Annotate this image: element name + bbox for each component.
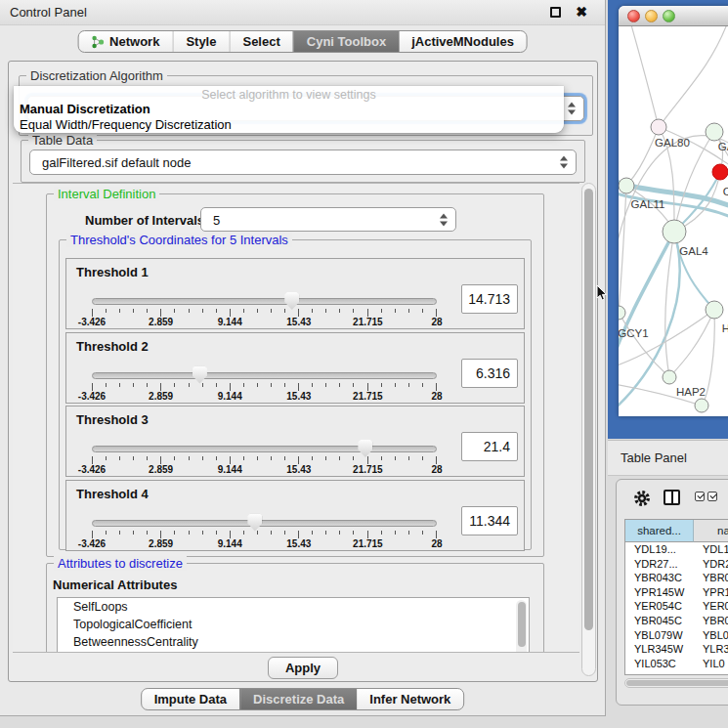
network-window-titlebar[interactable]: [619, 6, 728, 26]
table-row[interactable]: YLR345WYLR3: [625, 642, 728, 657]
threshold-slider-track[interactable]: [92, 446, 437, 452]
attributes-group-title: Attributes to discretize: [54, 556, 187, 571]
table-cell[interactable]: YDR2: [694, 557, 728, 572]
network-node[interactable]: [695, 399, 708, 412]
threshold-slider-thumb[interactable]: [193, 366, 207, 384]
tab-style[interactable]: Style: [172, 31, 229, 52]
num-intervals-combobox[interactable]: 5: [200, 207, 456, 232]
column-header-shared[interactable]: shared...: [625, 520, 694, 542]
table-cell[interactable]: YLR345W: [625, 642, 694, 657]
zoom-traffic-light-icon[interactable]: [663, 10, 675, 22]
float-window-icon[interactable]: [550, 7, 561, 18]
table-row[interactable]: YDL19...YDL1: [625, 542, 728, 557]
threshold-label: Threshold 3: [76, 412, 149, 427]
cyni-toolbox-panel: Discretization Algorithm Table Data galF…: [8, 61, 598, 682]
network-node[interactable]: [663, 220, 686, 243]
table-row[interactable]: YER054CYER0: [625, 599, 728, 614]
table-data-value: galFiltered.sif default node: [42, 155, 191, 170]
list-scrollbar[interactable]: [516, 600, 527, 653]
threshold-slider-thumb[interactable]: [247, 514, 262, 532]
table-cell[interactable]: YBR043C: [625, 571, 694, 585]
table-cell[interactable]: YBR045C: [625, 614, 694, 628]
network-graph-icon: [91, 35, 104, 49]
settings-gear-icon[interactable]: [632, 489, 652, 508]
network-node-selected[interactable]: [712, 164, 728, 180]
network-edge[interactable]: [659, 26, 728, 127]
table-panel-header: Table Panel: [608, 440, 728, 476]
threshold-value-field[interactable]: 11.344: [461, 506, 518, 535]
network-node[interactable]: [619, 178, 634, 193]
table-cell[interactable]: YER0: [694, 599, 728, 614]
threshold-value-field[interactable]: 6.316: [461, 359, 518, 388]
network-node[interactable]: [706, 123, 723, 141]
table-cell[interactable]: YBL079W: [625, 628, 694, 643]
threshold-slider-track[interactable]: [92, 298, 437, 305]
column-checkboxes-icon[interactable]: [695, 491, 720, 504]
table-cell[interactable]: YBR0: [694, 614, 728, 628]
threshold-value-field[interactable]: 14.713: [461, 284, 518, 314]
table-cell[interactable]: YIL0: [694, 657, 728, 671]
threshold-slider-thumb[interactable]: [284, 292, 299, 310]
vertical-scrollbar[interactable]: [581, 183, 596, 676]
network-node[interactable]: [619, 306, 625, 320]
threshold-slider-track[interactable]: [92, 520, 437, 527]
network-node[interactable]: [706, 301, 723, 319]
network-edge[interactable]: [619, 186, 626, 313]
table-data-group: Table Data galFiltered.sif default node: [21, 140, 585, 183]
tab-infer-network[interactable]: Infer Network: [357, 689, 463, 709]
table-row[interactable]: YDR27...YDR2: [625, 557, 728, 572]
node-label-ga: GA: [718, 141, 728, 152]
table-cell[interactable]: YBR0: [694, 571, 728, 585]
close-icon[interactable]: ✖: [576, 4, 587, 20]
minimize-traffic-light-icon[interactable]: [645, 10, 658, 22]
numerical-attributes-list[interactable]: SelfLoopsTopologicalCoefficientBetweenne…: [57, 597, 530, 653]
attribute-item-selfloops[interactable]: SelfLoops: [58, 598, 529, 616]
table-cell[interactable]: YPR1: [694, 585, 728, 600]
node-attribute-table[interactable]: shared...nameYDL19...YDL1YDR27...YDR2YBR…: [624, 519, 728, 675]
horizontal-scrollbar[interactable]: [624, 678, 728, 688]
dropdown-item-equal-width-frequency-discretization[interactable]: Equal Width/Frequency Discretization: [14, 117, 564, 133]
algorithm-group-title: Discretization Algorithm: [26, 68, 167, 83]
scrollbar-thumb[interactable]: [584, 189, 593, 630]
network-edge[interactable]: [665, 232, 674, 377]
table-cell[interactable]: YDR27...: [625, 557, 694, 572]
slider-ticks: [92, 456, 437, 464]
table-row[interactable]: YBR045CYBR0: [625, 614, 728, 628]
table-data-combobox[interactable]: galFiltered.sif default node: [29, 150, 577, 175]
table-cell[interactable]: YPR145W: [625, 585, 694, 600]
attribute-item-betweennesscentrality[interactable]: BetweennessCentrality: [58, 633, 529, 651]
desktop: Control Panel ✖ NetworkStyleSelectCyni T…: [0, 0, 728, 728]
table-row[interactable]: YPR145WYPR1: [625, 585, 728, 600]
tab-select[interactable]: Select: [229, 31, 292, 52]
table-row[interactable]: YIL053CYIL0: [625, 657, 728, 671]
tab-discretize-data[interactable]: Discretize Data: [239, 689, 357, 709]
network-node[interactable]: [663, 370, 676, 384]
split-columns-icon[interactable]: [664, 490, 680, 505]
dropdown-hint: Select algorithm to view settings: [14, 88, 564, 102]
tab-cyni-toolbox[interactable]: Cyni Toolbox: [293, 31, 399, 52]
network-edge[interactable]: [630, 26, 659, 127]
close-traffic-light-icon[interactable]: [627, 10, 640, 22]
hscrollbar-thumb[interactable]: [626, 680, 728, 686]
threshold-slider-thumb[interactable]: [358, 440, 372, 457]
column-header-name[interactable]: name: [694, 520, 728, 542]
table-cell[interactable]: YER054C: [625, 599, 694, 614]
apply-button[interactable]: Apply: [268, 657, 338, 679]
network-node[interactable]: [651, 119, 666, 135]
network-canvas[interactable]: GAL80GAGAL11CGAL4GCY1HHAP2: [619, 26, 728, 416]
table-row[interactable]: YBR043CYBR0: [625, 571, 728, 585]
network-edge[interactable]: [669, 310, 714, 377]
attribute-item-topologicalcoefficient[interactable]: TopologicalCoefficient: [58, 616, 529, 633]
table-cell[interactable]: YDL19...: [625, 542, 694, 557]
tab-network[interactable]: Network: [78, 31, 172, 52]
tab-impute-data[interactable]: Impute Data: [142, 689, 239, 709]
dropdown-item-manual-discretization[interactable]: Manual Discretization: [14, 102, 564, 117]
threshold-value-field[interactable]: 21.4: [461, 432, 518, 461]
table-cell[interactable]: YDL1: [694, 542, 728, 557]
threshold-slider-track[interactable]: [92, 372, 437, 379]
table-row[interactable]: YBL079WYBL0: [625, 628, 728, 643]
tab-jactivemnodules[interactable]: jActiveMNodules: [399, 31, 527, 52]
table-cell[interactable]: YLR3: [694, 642, 728, 657]
table-cell[interactable]: YBL0: [694, 628, 728, 643]
table-cell[interactable]: YIL053C: [625, 657, 694, 671]
